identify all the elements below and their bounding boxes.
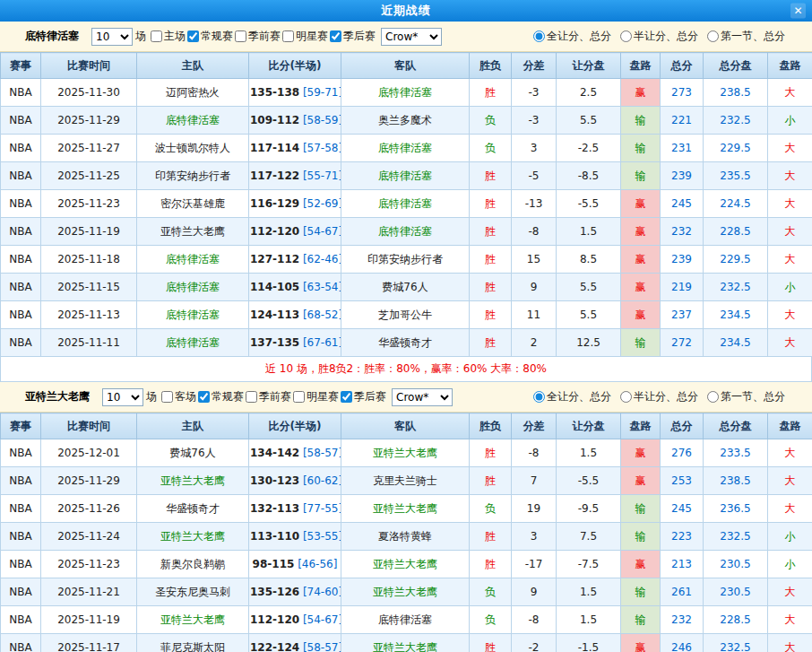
game-row: NBA2025-11-24亚特兰大老鹰113-110 [53-55]夏洛特黄蜂胜… <box>1 523 812 551</box>
filter-checkbox[interactable]: 明星赛 <box>282 29 328 44</box>
radio-option-full[interactable]: 全让分、总分 <box>533 29 611 44</box>
home-team-cell: 波士顿凯尔特人 <box>137 135 249 162</box>
full-score: 109-112 <box>250 114 299 126</box>
checkbox-input[interactable] <box>282 30 294 42</box>
handicap-result-cell: 赢 <box>621 274 661 301</box>
radio-option-first-quarter[interactable]: 第一节、总分 <box>707 389 785 404</box>
diff-cell: -5 <box>512 162 557 190</box>
checkbox-input[interactable] <box>198 391 210 403</box>
league-cell: NBA <box>1 162 41 190</box>
checkbox-input[interactable] <box>341 391 352 403</box>
col-result: 胜负 <box>470 413 512 439</box>
radio-input[interactable] <box>533 391 545 403</box>
handicap-result-cell: 赢 <box>621 467 661 495</box>
date-cell: 2025-11-23 <box>41 551 137 578</box>
filter-checkbox[interactable]: 季后赛 <box>330 29 376 44</box>
filter-checkbox[interactable]: 客场 <box>161 389 196 404</box>
close-icon[interactable]: ✕ <box>790 4 806 19</box>
full-score: 134-142 <box>250 447 299 459</box>
filter-checkbox[interactable]: 季前赛 <box>246 389 291 404</box>
ou-result-cell: 大 <box>768 439 812 467</box>
checkbox-input[interactable] <box>293 391 305 403</box>
result-cell: 胜 <box>470 218 512 246</box>
total-line-cell: 228.5 <box>704 606 768 634</box>
half-score: [54-67] <box>299 225 341 238</box>
handicap-result-cell: 赢 <box>621 190 661 218</box>
date-cell: 2025-11-25 <box>41 162 137 190</box>
handicap-result-cell: 赢 <box>621 218 661 246</box>
filter-checkbox[interactable]: 常规赛 <box>187 29 233 44</box>
total-line-cell: 229.5 <box>704 135 768 162</box>
away-team-cell: 奥兰多魔术 <box>341 107 470 135</box>
half-score: [53-55] <box>299 530 341 543</box>
col-home: 主队 <box>137 53 249 79</box>
result-cell: 胜 <box>470 634 512 652</box>
score-cell: 117-114 [57-58] <box>249 135 341 162</box>
games-count-select[interactable]: 10 <box>102 388 143 406</box>
filter-checkbox[interactable]: 明星赛 <box>293 389 339 404</box>
game-row: NBA2025-11-18底特律活塞127-112 [62-46]印第安纳步行者… <box>1 246 812 274</box>
odds-company-select[interactable]: Crow* <box>392 388 453 406</box>
league-cell: NBA <box>1 135 41 162</box>
league-cell: NBA <box>1 551 41 578</box>
handicap-cell: 1.5 <box>557 606 621 634</box>
checkbox-input[interactable] <box>330 30 341 42</box>
radio-input[interactable] <box>620 391 632 403</box>
result-cell: 负 <box>470 606 512 634</box>
checkbox-input[interactable] <box>161 391 173 403</box>
half-score: [57-58] <box>299 142 341 154</box>
checkbox-input[interactable] <box>246 391 257 403</box>
ou-result-cell: 大 <box>768 578 812 606</box>
away-team-cell: 费城76人 <box>341 274 470 301</box>
radio-option-half[interactable]: 半让分、总分 <box>620 389 698 404</box>
total-line-cell: 236.5 <box>704 495 768 523</box>
full-score: 135-126 <box>250 586 299 598</box>
handicap-cell: -2.5 <box>557 135 621 162</box>
half-score: [58-57] <box>299 641 341 652</box>
date-cell: 2025-11-29 <box>41 107 137 135</box>
radio-input[interactable] <box>533 30 545 42</box>
radio-input[interactable] <box>620 30 632 42</box>
radio-option-half[interactable]: 半让分、总分 <box>620 29 698 44</box>
page-title: 近期战绩 <box>381 3 431 19</box>
radio-input[interactable] <box>707 391 719 403</box>
header-row: 赛事 比赛时间 主队 比分(半场) 客队 胜负 分差 让分盘 盘路 总分 总分盘… <box>1 53 812 79</box>
col-handicap: 让分盘 <box>557 413 621 439</box>
handicap-cell: 5.5 <box>557 274 621 301</box>
checkbox-input[interactable] <box>151 30 162 42</box>
header-row: 赛事 比赛时间 主队 比分(半场) 客队 胜负 分差 让分盘 盘路 总分 总分盘… <box>1 413 812 439</box>
games-count-select[interactable]: 10 <box>91 28 133 46</box>
filter-checkbox[interactable]: 主场 <box>151 29 186 44</box>
total-cell: 245 <box>661 495 704 523</box>
half-score: [52-69] <box>299 197 341 210</box>
game-row: NBA2025-11-27波士顿凯尔特人117-114 [57-58]底特律活塞… <box>1 135 812 162</box>
home-team-cell: 底特律活塞 <box>137 274 249 301</box>
ou-result-cell: 大 <box>768 79 812 107</box>
radio-label: 半让分、总分 <box>634 29 698 44</box>
filter-checkbox[interactable]: 季前赛 <box>235 29 281 44</box>
radio-input[interactable] <box>707 30 719 42</box>
away-team-cell: 底特律活塞 <box>341 190 470 218</box>
radio-option-full[interactable]: 全让分、总分 <box>533 389 611 404</box>
away-team-cell: 底特律活塞 <box>341 606 470 634</box>
checkbox-input[interactable] <box>187 30 199 42</box>
odds-company-select[interactable]: Crow* <box>381 28 442 46</box>
results-table: 赛事 比赛时间 主队 比分(半场) 客队 胜负 分差 让分盘 盘路 总分 总分盘… <box>0 52 812 357</box>
filter-checkbox[interactable]: 常规赛 <box>198 389 244 404</box>
col-score: 比分(半场) <box>249 413 341 439</box>
filter-checkbox[interactable]: 季后赛 <box>341 389 386 404</box>
radio-option-first-quarter[interactable]: 第一节、总分 <box>707 29 785 44</box>
away-team-cell: 华盛顿奇才 <box>341 329 470 357</box>
col-away: 客队 <box>341 53 470 79</box>
total-line-cell: 234.5 <box>704 329 768 357</box>
game-row: NBA2025-11-23新奥尔良鹈鹕98-115 [46-56]亚特兰大老鹰胜… <box>1 551 812 578</box>
score-cell: 122-124 [58-57] <box>249 634 341 652</box>
league-cell: NBA <box>1 107 41 135</box>
league-cell: NBA <box>1 523 41 551</box>
away-team-cell: 底特律活塞 <box>341 79 470 107</box>
checkbox-input[interactable] <box>235 30 246 42</box>
diff-cell: 9 <box>512 578 557 606</box>
handicap-cell: 12.5 <box>557 329 621 357</box>
total-cell: 232 <box>661 606 704 634</box>
handicap-result-cell: 赢 <box>621 79 661 107</box>
